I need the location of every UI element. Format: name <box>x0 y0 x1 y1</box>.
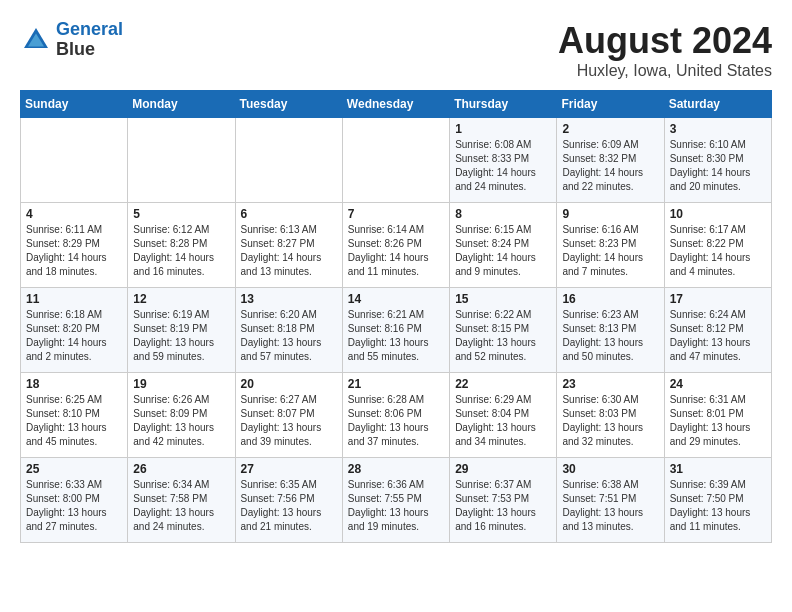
day-number: 25 <box>26 462 122 476</box>
day-number: 17 <box>670 292 766 306</box>
day-number: 7 <box>348 207 444 221</box>
day-info: Sunrise: 6:14 AM Sunset: 8:26 PM Dayligh… <box>348 223 444 279</box>
calendar-cell <box>342 118 449 203</box>
location: Huxley, Iowa, United States <box>558 62 772 80</box>
day-number: 4 <box>26 207 122 221</box>
day-info: Sunrise: 6:17 AM Sunset: 8:22 PM Dayligh… <box>670 223 766 279</box>
day-info: Sunrise: 6:21 AM Sunset: 8:16 PM Dayligh… <box>348 308 444 364</box>
calendar-cell: 1Sunrise: 6:08 AM Sunset: 8:33 PM Daylig… <box>450 118 557 203</box>
calendar-cell: 26Sunrise: 6:34 AM Sunset: 7:58 PM Dayli… <box>128 458 235 543</box>
day-info: Sunrise: 6:23 AM Sunset: 8:13 PM Dayligh… <box>562 308 658 364</box>
calendar-cell: 3Sunrise: 6:10 AM Sunset: 8:30 PM Daylig… <box>664 118 771 203</box>
calendar-cell: 24Sunrise: 6:31 AM Sunset: 8:01 PM Dayli… <box>664 373 771 458</box>
day-number: 3 <box>670 122 766 136</box>
day-info: Sunrise: 6:16 AM Sunset: 8:23 PM Dayligh… <box>562 223 658 279</box>
day-number: 28 <box>348 462 444 476</box>
day-number: 31 <box>670 462 766 476</box>
weekday-header-friday: Friday <box>557 91 664 118</box>
calendar-cell: 10Sunrise: 6:17 AM Sunset: 8:22 PM Dayli… <box>664 203 771 288</box>
day-number: 29 <box>455 462 551 476</box>
calendar-cell: 6Sunrise: 6:13 AM Sunset: 8:27 PM Daylig… <box>235 203 342 288</box>
day-info: Sunrise: 6:10 AM Sunset: 8:30 PM Dayligh… <box>670 138 766 194</box>
calendar-cell: 12Sunrise: 6:19 AM Sunset: 8:19 PM Dayli… <box>128 288 235 373</box>
weekday-header-wednesday: Wednesday <box>342 91 449 118</box>
day-number: 2 <box>562 122 658 136</box>
calendar-cell: 13Sunrise: 6:20 AM Sunset: 8:18 PM Dayli… <box>235 288 342 373</box>
day-info: Sunrise: 6:28 AM Sunset: 8:06 PM Dayligh… <box>348 393 444 449</box>
day-number: 8 <box>455 207 551 221</box>
calendar-cell: 5Sunrise: 6:12 AM Sunset: 8:28 PM Daylig… <box>128 203 235 288</box>
weekday-header-monday: Monday <box>128 91 235 118</box>
day-info: Sunrise: 6:36 AM Sunset: 7:55 PM Dayligh… <box>348 478 444 534</box>
day-number: 10 <box>670 207 766 221</box>
calendar-cell: 25Sunrise: 6:33 AM Sunset: 8:00 PM Dayli… <box>21 458 128 543</box>
calendar-cell: 16Sunrise: 6:23 AM Sunset: 8:13 PM Dayli… <box>557 288 664 373</box>
page-header: General Blue August 2024 Huxley, Iowa, U… <box>20 20 772 80</box>
calendar-cell: 23Sunrise: 6:30 AM Sunset: 8:03 PM Dayli… <box>557 373 664 458</box>
day-number: 19 <box>133 377 229 391</box>
day-number: 5 <box>133 207 229 221</box>
day-info: Sunrise: 6:25 AM Sunset: 8:10 PM Dayligh… <box>26 393 122 449</box>
day-number: 6 <box>241 207 337 221</box>
calendar-table: SundayMondayTuesdayWednesdayThursdayFrid… <box>20 90 772 543</box>
day-info: Sunrise: 6:15 AM Sunset: 8:24 PM Dayligh… <box>455 223 551 279</box>
calendar-cell: 29Sunrise: 6:37 AM Sunset: 7:53 PM Dayli… <box>450 458 557 543</box>
day-info: Sunrise: 6:22 AM Sunset: 8:15 PM Dayligh… <box>455 308 551 364</box>
calendar-cell: 9Sunrise: 6:16 AM Sunset: 8:23 PM Daylig… <box>557 203 664 288</box>
calendar-cell: 20Sunrise: 6:27 AM Sunset: 8:07 PM Dayli… <box>235 373 342 458</box>
calendar-cell: 17Sunrise: 6:24 AM Sunset: 8:12 PM Dayli… <box>664 288 771 373</box>
day-number: 11 <box>26 292 122 306</box>
logo-icon <box>20 24 52 56</box>
day-number: 27 <box>241 462 337 476</box>
logo: General Blue <box>20 20 123 60</box>
day-info: Sunrise: 6:31 AM Sunset: 8:01 PM Dayligh… <box>670 393 766 449</box>
weekday-header-thursday: Thursday <box>450 91 557 118</box>
day-number: 21 <box>348 377 444 391</box>
calendar-cell: 22Sunrise: 6:29 AM Sunset: 8:04 PM Dayli… <box>450 373 557 458</box>
calendar-cell: 2Sunrise: 6:09 AM Sunset: 8:32 PM Daylig… <box>557 118 664 203</box>
day-info: Sunrise: 6:08 AM Sunset: 8:33 PM Dayligh… <box>455 138 551 194</box>
day-info: Sunrise: 6:24 AM Sunset: 8:12 PM Dayligh… <box>670 308 766 364</box>
calendar-cell: 28Sunrise: 6:36 AM Sunset: 7:55 PM Dayli… <box>342 458 449 543</box>
logo-text: General Blue <box>56 20 123 60</box>
day-info: Sunrise: 6:33 AM Sunset: 8:00 PM Dayligh… <box>26 478 122 534</box>
calendar-cell <box>235 118 342 203</box>
day-number: 22 <box>455 377 551 391</box>
day-info: Sunrise: 6:20 AM Sunset: 8:18 PM Dayligh… <box>241 308 337 364</box>
calendar-cell <box>21 118 128 203</box>
day-info: Sunrise: 6:39 AM Sunset: 7:50 PM Dayligh… <box>670 478 766 534</box>
day-info: Sunrise: 6:19 AM Sunset: 8:19 PM Dayligh… <box>133 308 229 364</box>
day-info: Sunrise: 6:12 AM Sunset: 8:28 PM Dayligh… <box>133 223 229 279</box>
day-number: 15 <box>455 292 551 306</box>
calendar-cell: 15Sunrise: 6:22 AM Sunset: 8:15 PM Dayli… <box>450 288 557 373</box>
day-number: 16 <box>562 292 658 306</box>
day-number: 18 <box>26 377 122 391</box>
title-block: August 2024 Huxley, Iowa, United States <box>558 20 772 80</box>
day-number: 1 <box>455 122 551 136</box>
day-info: Sunrise: 6:37 AM Sunset: 7:53 PM Dayligh… <box>455 478 551 534</box>
day-info: Sunrise: 6:09 AM Sunset: 8:32 PM Dayligh… <box>562 138 658 194</box>
day-info: Sunrise: 6:38 AM Sunset: 7:51 PM Dayligh… <box>562 478 658 534</box>
calendar-cell: 31Sunrise: 6:39 AM Sunset: 7:50 PM Dayli… <box>664 458 771 543</box>
day-info: Sunrise: 6:29 AM Sunset: 8:04 PM Dayligh… <box>455 393 551 449</box>
calendar-cell: 19Sunrise: 6:26 AM Sunset: 8:09 PM Dayli… <box>128 373 235 458</box>
calendar-cell: 30Sunrise: 6:38 AM Sunset: 7:51 PM Dayli… <box>557 458 664 543</box>
month-year: August 2024 <box>558 20 772 62</box>
day-info: Sunrise: 6:11 AM Sunset: 8:29 PM Dayligh… <box>26 223 122 279</box>
day-info: Sunrise: 6:27 AM Sunset: 8:07 PM Dayligh… <box>241 393 337 449</box>
day-info: Sunrise: 6:30 AM Sunset: 8:03 PM Dayligh… <box>562 393 658 449</box>
day-number: 12 <box>133 292 229 306</box>
day-info: Sunrise: 6:13 AM Sunset: 8:27 PM Dayligh… <box>241 223 337 279</box>
calendar-cell <box>128 118 235 203</box>
weekday-header-saturday: Saturday <box>664 91 771 118</box>
day-info: Sunrise: 6:34 AM Sunset: 7:58 PM Dayligh… <box>133 478 229 534</box>
weekday-header-sunday: Sunday <box>21 91 128 118</box>
day-number: 13 <box>241 292 337 306</box>
day-number: 20 <box>241 377 337 391</box>
day-info: Sunrise: 6:35 AM Sunset: 7:56 PM Dayligh… <box>241 478 337 534</box>
day-number: 14 <box>348 292 444 306</box>
calendar-cell: 14Sunrise: 6:21 AM Sunset: 8:16 PM Dayli… <box>342 288 449 373</box>
calendar-cell: 8Sunrise: 6:15 AM Sunset: 8:24 PM Daylig… <box>450 203 557 288</box>
day-number: 23 <box>562 377 658 391</box>
day-number: 26 <box>133 462 229 476</box>
